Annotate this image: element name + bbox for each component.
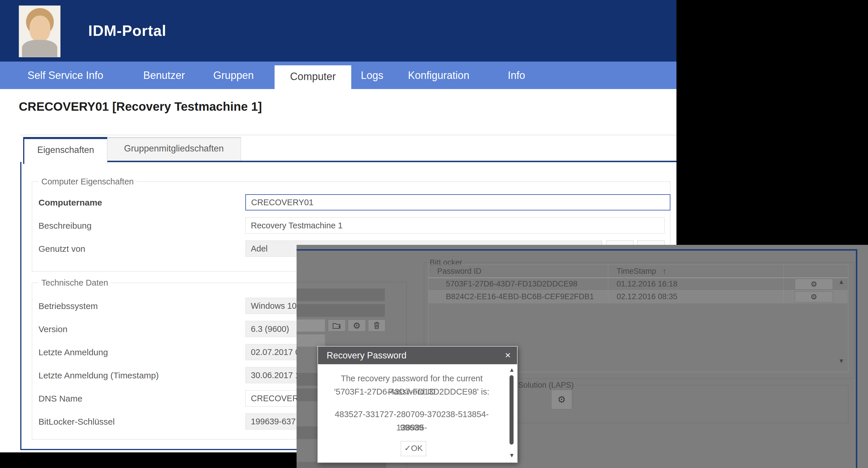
table-divider [429,303,847,303]
column-header-password-id[interactable]: Password ID [437,265,482,277]
field-input-beschreibung[interactable]: Recovery Testmachine 1 [245,218,664,234]
field-label-dns-name: DNS Name [38,390,238,407]
dialog-message-line2: '5703F1-27D6-43D7-FD13D2DDCE98' is: [325,385,498,398]
computer-properties-legend: Computer Eigenschaften [38,177,136,187]
nav-item-gruppen[interactable]: Gruppen [213,62,254,89]
nav-item-info[interactable]: Info [508,62,525,89]
settings-button[interactable]: ⚙ [348,320,366,332]
field-label-genutzt-von: Genutzt von [38,240,238,257]
dialog-titlebar[interactable]: Recovery Password × [318,346,517,364]
screenshot-stage: IDM-Portal Self Service Info Benutzer Gr… [0,0,868,468]
ok-button[interactable]: ✓OK [401,441,426,456]
nav-item-logs[interactable]: Logs [361,62,383,89]
popup-dimmed-input [297,426,317,439]
avatar-shoulders [22,40,57,57]
folder-add-icon [333,322,341,329]
tab-gruppenmitgliedschaften[interactable]: Gruppenmitgliedschaften [107,137,241,161]
gear-icon: ⚙ [810,280,817,289]
nav-item-konfiguration[interactable]: Konfiguration [408,62,469,89]
app-title: IDM-Portal [88,22,166,39]
gear-icon: ⚙ [353,321,361,331]
popup-dimmed-input [297,334,325,346]
table-row-password-id[interactable]: B824C2-EE16-4EBD-BC6B-CEF9E2FDB1 [446,290,594,303]
column-header-label: TimeStamp [617,267,656,275]
page-title: CRECOVERY01 [Recovery Testmachine 1] [19,100,262,113]
check-icon: ✓ [404,444,411,453]
field-label-computername: Computername [38,194,238,211]
popup-dimmed-input [297,289,385,301]
table-column-divider [783,265,784,303]
popup-dimmed-input [297,320,325,332]
field-value: 199639-637 [251,417,296,426]
dialog-scroll-thumb[interactable] [509,375,514,444]
field-value: CRECOVERY01 [251,198,313,207]
dialog-body: The recovery password for the current Pa… [318,364,517,461]
main-nav: Self Service Info Benutzer Gruppen Compu… [0,62,677,89]
laps-legend: Solution (LAPS) [516,380,576,390]
row-settings-button[interactable]: ⚙ [795,279,833,290]
table-row-timestamp[interactable]: 01.12.2016 16:18 [617,277,677,290]
pane-border-top [107,161,677,162]
field-value: Windows 10 [251,301,297,310]
nav-item-benutzer[interactable]: Benutzer [143,62,185,89]
tab-eigenschaften[interactable]: Eigenschaften [23,137,107,164]
table-row-timestamp[interactable]: 02.12.2016 08:35 [617,290,677,303]
popup-dimmed-input [297,389,317,401]
dialog-password-line2: 99639 [325,421,498,434]
field-label-letzte-anmeldung-timestamp: Letzte Anmeldung (Timestamp) [38,367,238,384]
dialog-scrollbar: ▲ ▼ [509,367,514,459]
field-input-computername[interactable]: CRECOVERY01 [245,194,671,210]
recovery-password-dialog: Recovery Password × The recovery passwor… [317,346,518,463]
table-scroll-up-icon[interactable]: ▲ [838,279,844,285]
popup-dimmed-input [297,304,385,317]
gear-icon: ⚙ [810,293,817,301]
pane-border-left [20,162,22,450]
sort-ascending-icon: ↑ [662,267,666,275]
tabstrip-top-rule [20,135,677,135]
table-scroll-down-icon[interactable]: ▼ [838,358,844,364]
avatar-face [30,15,50,42]
dialog-scroll-up-icon[interactable]: ▲ [509,367,514,373]
popup-dimmed-input [297,373,317,386]
field-label-letzte-anmeldung: Letzte Anmeldung [38,344,238,361]
dialog-title: Recovery Password [327,346,406,364]
dialog-scroll-down-icon[interactable]: ▼ [509,452,514,459]
app-header: IDM-Portal [0,0,677,62]
field-value: Adel [251,244,268,253]
field-label-version: Version [38,321,238,338]
popup-pane-border-right [856,249,857,468]
user-avatar-photo [19,5,60,57]
field-label-betriebssystem: Betriebssystem [38,298,238,314]
popup-dimmed-input [297,462,386,468]
trash-icon [373,322,380,330]
row-settings-button[interactable]: ⚙ [795,291,833,302]
field-value: Recovery Testmachine 1 [251,221,343,230]
field-label-bitlocker-schluessel: BitLocker-Schlüssel [38,413,238,430]
delete-button[interactable] [368,320,385,332]
table-column-divider [608,265,608,303]
move-to-folder-button[interactable] [328,320,346,332]
gear-icon: ⚙ [558,394,566,405]
field-label-beschreibung: Beschreibung [38,218,238,234]
field-value: 02.07.2017 0 [251,347,300,357]
close-icon[interactable]: × [505,346,511,363]
nav-item-computer-active[interactable]: Computer [275,65,351,89]
laps-settings-button[interactable]: ⚙ [551,390,572,409]
field-value: 30.06.2017 1 [251,371,300,380]
technical-data-legend: Technische Daten [38,278,111,288]
field-value: 6.3 (9600) [251,324,289,334]
ok-button-label: OK [411,444,423,453]
popup-pane-border-top [297,249,857,250]
field-value: CRECOVERY [251,394,304,403]
table-row-password-id[interactable]: 5703F1-27D6-43D7-FD13D2DDCE98 [446,277,578,290]
nav-item-self-service-info[interactable]: Self Service Info [28,62,103,89]
column-header-timestamp[interactable]: TimeStamp ↑ [617,265,666,277]
